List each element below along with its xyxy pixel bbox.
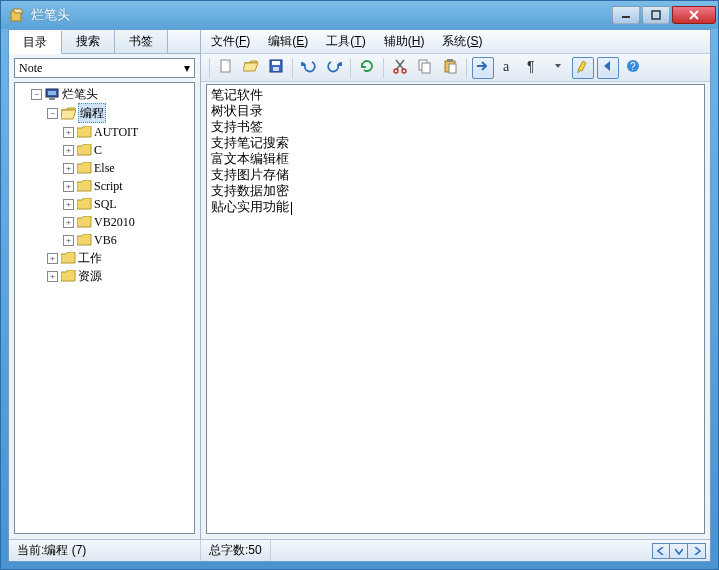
help-icon: ? [625,58,641,77]
tree-root[interactable]: −烂笔头 [31,85,194,103]
editor-line: 支持笔记搜索 [211,135,700,151]
font-a-button[interactable]: a [497,57,519,79]
status-nav [652,543,710,559]
paste-icon [442,58,458,77]
tree-folder[interactable]: +VB2010 [63,213,194,231]
back-button[interactable] [597,57,619,79]
editor-line: 树状目录 [211,103,700,119]
menu-h[interactable]: 辅助(H) [384,33,425,50]
menu-f[interactable]: 文件(F) [211,33,250,50]
dropdown-icon [554,58,562,77]
right-pane: 文件(F)编辑(E)工具(T)辅助(H)系统(S) a¶? 笔记软件树状目录支持… [201,30,710,539]
svg-rect-5 [49,98,55,100]
folder-icon [77,234,92,247]
tree-folder[interactable]: +资源 [47,267,194,285]
editor-line: 贴心实用功能 [211,199,700,215]
nav-down-button[interactable] [670,543,688,559]
svg-rect-9 [273,67,279,71]
undo-icon [301,58,317,77]
minimize-button[interactable] [612,6,640,24]
tab-bookmark[interactable]: 书签 [115,30,168,53]
refresh-icon [359,58,375,77]
pilcrow-icon: ¶ [525,58,541,77]
copy-icon [417,58,433,77]
svg-rect-2 [652,11,660,19]
tree-folder[interactable]: +SQL [63,195,194,213]
folder-icon [77,198,92,211]
undo-button[interactable] [298,57,320,79]
client-area: 目录 搜索 书签 Note ▾ −烂笔头−编程+AUTOIT+C+Else+Sc… [8,29,711,562]
tree-folder[interactable]: +AUTOIT [63,123,194,141]
back-icon [600,58,616,77]
svg-point-11 [402,69,406,73]
folder-icon [77,180,92,193]
redo-icon [326,58,342,77]
cut-icon [392,58,408,77]
chevron-down-icon: ▾ [184,61,190,76]
toolbar: a¶? [201,54,710,82]
redo-button[interactable] [323,57,345,79]
new-button[interactable] [215,57,237,79]
editor-line: 支持数据加密 [211,183,700,199]
svg-rect-8 [272,61,280,65]
editor-line: 笔记软件 [211,87,700,103]
left-pane: 目录 搜索 书签 Note ▾ −烂笔头−编程+AUTOIT+C+Else+Sc… [9,30,201,539]
workarea: 目录 搜索 书签 Note ▾ −烂笔头−编程+AUTOIT+C+Else+Sc… [9,30,710,539]
notebook-select[interactable]: Note ▾ [14,58,195,78]
svg-rect-16 [449,64,456,73]
window-controls [612,6,716,24]
copy-button[interactable] [414,57,436,79]
editor-line: 支持书签 [211,119,700,135]
font-a-icon: a [500,58,516,77]
goto-button[interactable] [472,57,494,79]
tree-folder[interactable]: +工作 [47,249,194,267]
svg-point-10 [394,69,398,73]
open-icon [243,58,259,77]
app-window: 烂笔头 目录 搜索 书签 Note ▾ [0,0,719,570]
save-icon [268,58,284,77]
folder-icon [77,162,92,175]
paste-button[interactable] [439,57,461,79]
svg-text:a: a [503,59,510,74]
tab-search[interactable]: 搜索 [62,30,115,53]
combo-row: Note ▾ [9,54,200,82]
nav-next-button[interactable] [688,543,706,559]
tree-folder[interactable]: +VB6 [63,231,194,249]
menu-e[interactable]: 编辑(E) [268,33,308,50]
tree-folder[interactable]: +Script [63,177,194,195]
close-button[interactable] [672,6,716,24]
editor-line: 支持图片存储 [211,167,700,183]
tree-folder[interactable]: +Else [63,159,194,177]
new-icon [218,58,234,77]
titlebar: 烂笔头 [1,1,718,29]
tree-view[interactable]: −烂笔头−编程+AUTOIT+C+Else+Script+SQL+VB2010+… [14,82,195,534]
tree-folder[interactable]: −编程 [47,103,194,123]
goto-icon [475,58,491,77]
svg-text:¶: ¶ [527,58,535,74]
tree-folder[interactable]: +C [63,141,194,159]
menu-s[interactable]: 系统(S) [442,33,482,50]
highlight-icon [575,58,591,77]
menubar: 文件(F)编辑(E)工具(T)辅助(H)系统(S) [201,30,710,54]
editor[interactable]: 笔记软件树状目录支持书签支持笔记搜索富文本编辑框支持图片存储支持数据加密贴心实用… [206,84,705,534]
open-button[interactable] [240,57,262,79]
svg-text:?: ? [630,61,636,72]
status-left: 当前:编程 (7) [9,540,201,561]
help-button[interactable]: ? [622,57,644,79]
folder-icon [61,270,76,283]
maximize-button[interactable] [642,6,670,24]
menu-t[interactable]: 工具(T) [326,33,365,50]
nav-prev-button[interactable] [652,543,670,559]
statusbar: 当前:编程 (7) 总字数:50 [9,539,710,561]
pilcrow-button[interactable]: ¶ [522,57,544,79]
svg-rect-4 [48,91,56,95]
cut-button[interactable] [389,57,411,79]
computer-icon [45,88,60,101]
highlight-button[interactable] [572,57,594,79]
save-button[interactable] [265,57,287,79]
refresh-button[interactable] [356,57,378,79]
dropdown-button[interactable] [547,57,569,79]
tab-directory[interactable]: 目录 [9,31,62,54]
folder-icon [61,252,76,265]
editor-line: 富文本编辑框 [211,151,700,167]
